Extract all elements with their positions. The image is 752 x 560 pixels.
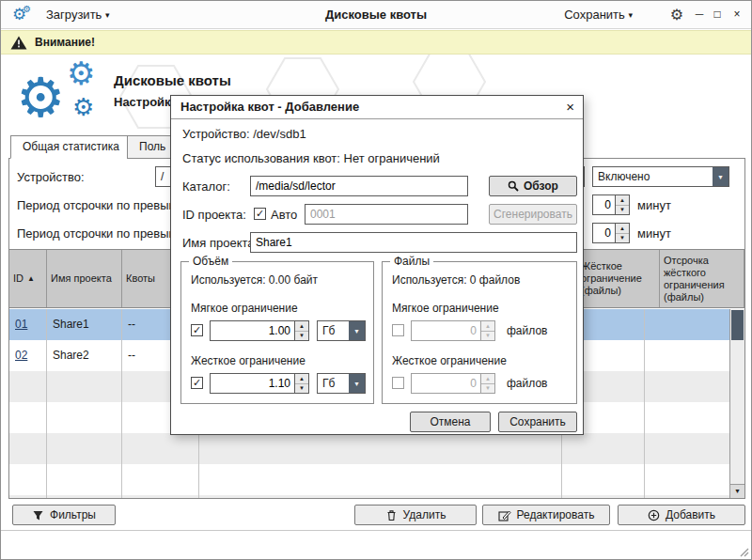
- volume-soft-label: Мягкое ограничение: [191, 302, 298, 315]
- files-soft-unit: файлов: [507, 324, 547, 337]
- filter-icon: [32, 509, 44, 521]
- table-row-empty: [9, 464, 729, 495]
- volume-hard-spinner[interactable]: ▲ ▼: [210, 373, 309, 394]
- row-name: Share1: [47, 309, 122, 340]
- spin-down-icon[interactable]: ▼: [295, 384, 308, 394]
- caret-down-icon: ▾: [105, 10, 110, 20]
- files-hard-input[interactable]: [412, 374, 480, 393]
- dialog-close-icon[interactable]: ×: [566, 96, 574, 118]
- table-row-empty: [9, 433, 729, 464]
- volume-soft-spinner[interactable]: ▲ ▼: [210, 320, 309, 341]
- spin-up-icon[interactable]: ▲: [616, 195, 629, 206]
- volume-soft-input[interactable]: [211, 321, 294, 340]
- quota-state-select[interactable]: Включено ▼: [592, 166, 729, 187]
- quota-state-value: Включено: [593, 167, 713, 186]
- grace-soft-spinner[interactable]: ▲ ▼: [592, 194, 630, 215]
- spin-up-icon[interactable]: ▲: [295, 374, 308, 384]
- delete-button[interactable]: Удалить: [354, 505, 477, 525]
- page-title: Дисковые квоты: [114, 72, 231, 88]
- project-id-label: ID проекта:: [182, 208, 246, 222]
- close-button[interactable]: ×: [728, 1, 745, 28]
- generate-button[interactable]: Сгенерировать: [489, 204, 577, 225]
- volume-soft-unit-select[interactable]: Гб ▼: [317, 320, 366, 341]
- row-id-link[interactable]: 02: [15, 349, 27, 362]
- catalog-input[interactable]: [250, 176, 468, 196]
- volume-group: Объём Используется: 0.00 байт Мягкое огр…: [180, 261, 374, 404]
- column-header-id[interactable]: ID ▲: [9, 250, 47, 307]
- cancel-button[interactable]: Отмена: [410, 412, 491, 432]
- dialog-device-value: /dev/sdb1: [253, 127, 306, 141]
- browse-button[interactable]: Обзор: [489, 176, 577, 196]
- filters-button[interactable]: Фильтры: [12, 505, 116, 525]
- spin-down-icon[interactable]: ▼: [295, 332, 308, 341]
- volume-hard-input[interactable]: [211, 374, 294, 393]
- load-menu-button[interactable]: Загрузить ▾: [46, 1, 110, 29]
- volume-hard-label: Жесткое ограничение: [191, 354, 306, 367]
- vertical-scrollbar[interactable]: ▼: [729, 309, 744, 498]
- tab-general-statistics[interactable]: Общая статистика: [10, 135, 132, 159]
- project-id-input[interactable]: [305, 204, 468, 225]
- files-hard-label: Жесткое ограничение: [392, 354, 507, 367]
- add-button[interactable]: Добавить: [618, 505, 745, 525]
- project-name-input[interactable]: [250, 232, 577, 253]
- grace-hard-input[interactable]: [593, 224, 615, 242]
- scroll-down-button[interactable]: ▼: [730, 484, 744, 498]
- spin-down-icon[interactable]: ▼: [616, 234, 629, 243]
- titlebar: ⚙⚙ Загрузить ▾ Дисковые квоты Сохранить …: [1, 1, 751, 29]
- warning-bar: Внимание!: [1, 30, 751, 54]
- auto-label: Авто: [271, 208, 297, 222]
- row-id-link[interactable]: 01: [15, 318, 27, 331]
- volume-used-label: Используется:: [191, 273, 266, 287]
- files-hard-unit: файлов: [507, 377, 547, 390]
- spin-up-icon[interactable]: ▲: [616, 224, 629, 234]
- spin-up-icon[interactable]: ▲: [481, 374, 494, 384]
- scrollbar-thumb[interactable]: [731, 310, 744, 340]
- files-hard-checkbox[interactable]: [392, 377, 404, 389]
- column-header-hard-grace-files[interactable]: Отсрочка жёсткого ограничения (файлы): [660, 250, 744, 307]
- column-header-hard-limit-files[interactable]: Жёсткое ограничение (файлы): [577, 250, 660, 307]
- dialog-device-label: Устройство:: [182, 127, 250, 141]
- table-row-empty: [9, 495, 729, 498]
- volume-soft-checkbox[interactable]: ✓: [191, 324, 203, 336]
- dialog-save-button[interactable]: Сохранить: [498, 412, 577, 432]
- settings-gear-icon[interactable]: ⚙: [670, 1, 683, 28]
- files-soft-checkbox[interactable]: [392, 324, 404, 336]
- grace-hard-spinner[interactable]: ▲ ▼: [592, 223, 630, 243]
- dropdown-arrow-icon[interactable]: ▼: [713, 167, 728, 186]
- files-soft-input[interactable]: [412, 321, 480, 340]
- grace-soft-label: Период отсрочки по превыш: [17, 198, 179, 212]
- spin-up-icon[interactable]: ▲: [481, 321, 494, 332]
- edit-button[interactable]: Редактировать: [482, 505, 610, 525]
- app-logo-icon: ⚙⚙: [12, 4, 31, 24]
- volume-hard-unit-select[interactable]: Гб ▼: [317, 373, 366, 394]
- catalog-label: Каталог:: [182, 179, 230, 194]
- grace-hard-label: Период отсрочки по превыш: [17, 226, 179, 241]
- spin-down-icon[interactable]: ▼: [481, 384, 494, 394]
- dropdown-arrow-icon[interactable]: ▼: [349, 374, 365, 393]
- files-used-value: 0 файлов: [470, 273, 520, 287]
- maximize-button[interactable]: □: [709, 1, 726, 28]
- quota-add-dialog: Настройка квот - Добавление × Устройство…: [170, 95, 584, 435]
- grace-soft-input[interactable]: [593, 195, 615, 214]
- column-header-name[interactable]: Имя проекта: [47, 250, 122, 307]
- plus-icon: [648, 509, 660, 521]
- files-hard-spinner[interactable]: ▲ ▼: [411, 373, 495, 394]
- warning-icon: [10, 36, 27, 50]
- minimize-button[interactable]: ─: [691, 1, 708, 28]
- auto-checkbox[interactable]: ✓: [254, 208, 266, 220]
- spin-up-icon[interactable]: ▲: [295, 321, 308, 332]
- device-label: Устройство:: [17, 170, 85, 184]
- volume-hard-checkbox[interactable]: ✓: [191, 377, 203, 389]
- app-logo-large-icon: ⚙ ⚙ ⚙: [16, 55, 114, 138]
- spin-down-icon[interactable]: ▼: [481, 332, 494, 341]
- save-menu-button[interactable]: Сохранить ▾: [564, 1, 633, 29]
- resize-grip[interactable]: [737, 545, 749, 557]
- spin-down-icon[interactable]: ▼: [616, 206, 629, 215]
- files-group: Файлы Используется: 0 файлов Мягкое огра…: [382, 261, 577, 404]
- dropdown-arrow-icon[interactable]: ▼: [349, 321, 365, 340]
- window-title: Дисковые квоты: [1, 1, 751, 28]
- page-subtitle: Настройк: [114, 95, 171, 109]
- files-soft-spinner[interactable]: ▲ ▼: [411, 320, 495, 341]
- search-icon: [508, 180, 519, 192]
- files-soft-label: Мягкое ограничение: [392, 302, 499, 315]
